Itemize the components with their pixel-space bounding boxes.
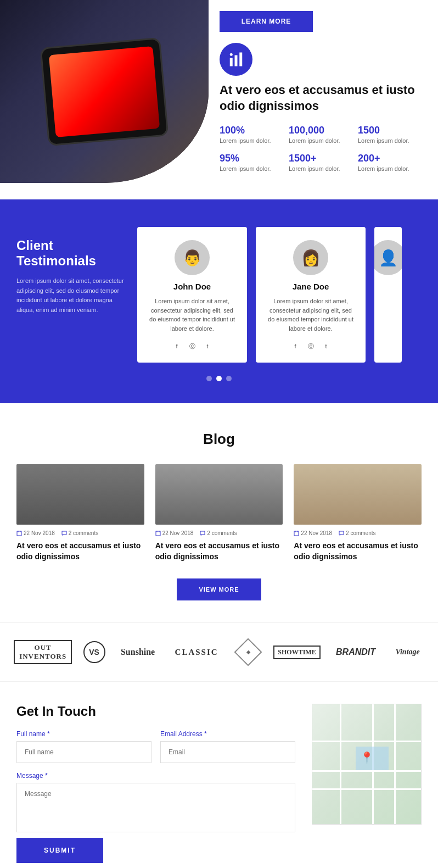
blog-card-2: 22 Nov 2018 2 comments At vero eos et ac… <box>294 464 422 562</box>
svg-rect-9 <box>156 531 160 536</box>
social-icons-1: f ⓒ t <box>290 341 332 352</box>
svg-rect-2 <box>239 53 242 66</box>
map-container: 📍 <box>312 704 422 825</box>
dot-2[interactable] <box>226 376 232 381</box>
map-pin: 📍 <box>360 751 374 764</box>
testimonial-name-1: Jane Doe <box>293 282 329 291</box>
feature-icon <box>220 43 252 76</box>
form-group-fullname: Full name * <box>16 730 151 763</box>
svg-rect-17 <box>339 531 344 535</box>
stat-item-1: 100,000 Lorem ipsum dolor. <box>289 125 352 144</box>
map-road-h2 <box>312 770 421 772</box>
instagram-icon-1[interactable]: ⓒ <box>305 341 316 352</box>
learn-more-button[interactable]: LEARN MORE <box>220 11 313 32</box>
blog-comments-2: 2 comments <box>339 530 375 536</box>
logo-vintage: Vintage <box>391 645 424 659</box>
map-road-h3 <box>312 788 421 790</box>
blog-image-0 <box>16 464 144 525</box>
stat-label-0: Lorem ipsum dolor. <box>220 137 283 144</box>
logo-brandit: BRANDIT <box>332 644 380 660</box>
map-road-v1 <box>340 704 341 824</box>
svg-point-3 <box>230 53 233 56</box>
email-required: * <box>204 730 207 738</box>
stat-value-5: 200+ <box>358 153 422 164</box>
stat-item-2: 1500 Lorem ipsum dolor. <box>358 125 422 144</box>
svg-rect-0 <box>230 58 233 66</box>
calendar-icon-2 <box>294 531 299 536</box>
stat-value-0: 100% <box>220 125 283 136</box>
blog-section: Blog 22 Nov 2018 2 comments At vero eos … <box>0 403 438 622</box>
contact-title: Get In Touch <box>16 704 295 719</box>
testimonials-section: Client Testimonials Lorem ipsum dolor si… <box>0 199 438 403</box>
calendar-icon-0 <box>16 531 22 536</box>
testimonial-name-0: John Doe <box>173 282 211 291</box>
contact-form: Get In Touch Full name * Email Address *… <box>16 704 295 863</box>
comment-icon-2 <box>339 531 344 536</box>
avatar-1: 👩 <box>293 240 328 275</box>
stats-grid: 100% Lorem ipsum dolor. 100,000 Lorem ip… <box>220 125 422 172</box>
stat-value-2: 1500 <box>358 125 422 136</box>
tablet-screen <box>49 46 160 137</box>
comment-icon-1 <box>200 531 205 536</box>
logo-classic: CLASSIC <box>171 645 223 660</box>
map-road-h1 <box>312 741 421 742</box>
blog-comments-0: 2 comments <box>61 530 98 536</box>
fullname-input[interactable] <box>16 741 151 763</box>
stat-label-4: Lorem ipsum dolor. <box>289 165 352 172</box>
dots-navigation <box>0 376 438 381</box>
stat-item-0: 100% Lorem ipsum dolor. <box>220 125 283 144</box>
testimonial-card-0: 👨 John Doe Lorem ipsum dolor sit amet, c… <box>137 227 247 363</box>
view-more-button[interactable]: VIEW MORE <box>177 578 261 600</box>
blog-image-2 <box>294 464 422 525</box>
blog-card-1: 22 Nov 2018 2 comments At vero eos et ac… <box>155 464 283 562</box>
email-input[interactable] <box>160 741 295 763</box>
logo-vs: VS <box>83 641 105 663</box>
logo-diamond: ◆ <box>234 639 262 665</box>
email-label: Email Address * <box>160 730 295 738</box>
testimonial-card-1: 👩 Jane Doe Lorem ipsum dolor sit amet, c… <box>256 227 366 363</box>
blog-meta-0: 22 Nov 2018 2 comments <box>16 530 144 536</box>
blog-date-2: 22 Nov 2018 <box>294 530 332 536</box>
twitter-icon-1[interactable]: t <box>321 341 332 352</box>
testimonials-description: Lorem ipsum dolor sit amet, consectetur … <box>16 276 126 315</box>
blog-date-1: 22 Nov 2018 <box>155 530 194 536</box>
facebook-icon-1[interactable]: f <box>290 341 301 352</box>
dot-0[interactable] <box>206 376 212 381</box>
form-group-message: Message * <box>16 772 295 832</box>
submit-button[interactable]: SUBMIT <box>16 838 103 863</box>
testimonials-cards: 👨 John Doe Lorem ipsum dolor sit amet, c… <box>137 227 422 363</box>
testimonial-text-1: Lorem ipsum dolor sit amet, consectetur … <box>267 297 355 333</box>
logo-showtime: SHOWTIME <box>273 646 320 659</box>
testimonials-inner: Client Testimonials Lorem ipsum dolor si… <box>0 227 438 363</box>
map-road-v3 <box>394 704 396 824</box>
stat-value-1: 100,000 <box>289 125 352 136</box>
contact-section: Get In Touch Full name * Email Address *… <box>0 682 438 868</box>
twitter-icon-0[interactable]: t <box>202 341 213 352</box>
fullname-label: Full name * <box>16 730 151 738</box>
stat-label-1: Lorem ipsum dolor. <box>289 137 352 144</box>
facebook-icon-0[interactable]: f <box>171 341 182 352</box>
hero-section: LEARN MORE At vero eos et accusamus et i… <box>0 0 438 199</box>
blog-post-title-1: At vero eos et accusamus et iusto odio d… <box>155 541 283 562</box>
stat-label-5: Lorem ipsum dolor. <box>358 165 422 172</box>
calendar-icon-1 <box>155 531 161 536</box>
blog-grid: 22 Nov 2018 2 comments At vero eos et ac… <box>16 464 422 562</box>
instagram-icon-0[interactable]: ⓒ <box>187 341 198 352</box>
blog-post-title-2: At vero eos et accusamus et iusto odio d… <box>294 541 422 562</box>
blog-meta-1: 22 Nov 2018 2 comments <box>155 530 283 536</box>
form-group-email: Email Address * <box>160 730 295 763</box>
logo-outinventors: OUTINVENTORS <box>14 640 72 664</box>
stat-item-3: 95% Lorem ipsum dolor. <box>220 153 283 172</box>
testimonials-label: Client Testimonials Lorem ipsum dolor si… <box>16 227 137 315</box>
svg-rect-14 <box>294 531 299 536</box>
blog-card-0: 22 Nov 2018 2 comments At vero eos et ac… <box>16 464 144 562</box>
stat-label-3: Lorem ipsum dolor. <box>220 165 283 172</box>
blog-meta-2: 22 Nov 2018 2 comments <box>294 530 422 536</box>
message-textarea[interactable] <box>16 783 295 832</box>
stat-label-2: Lorem ipsum dolor. <box>358 137 422 144</box>
svg-rect-4 <box>17 531 21 536</box>
social-icons-0: f ⓒ t <box>171 341 213 352</box>
fullname-required: * <box>47 730 50 738</box>
dot-1[interactable] <box>216 376 222 381</box>
stat-item-4: 1500+ Lorem ipsum dolor. <box>289 153 352 172</box>
